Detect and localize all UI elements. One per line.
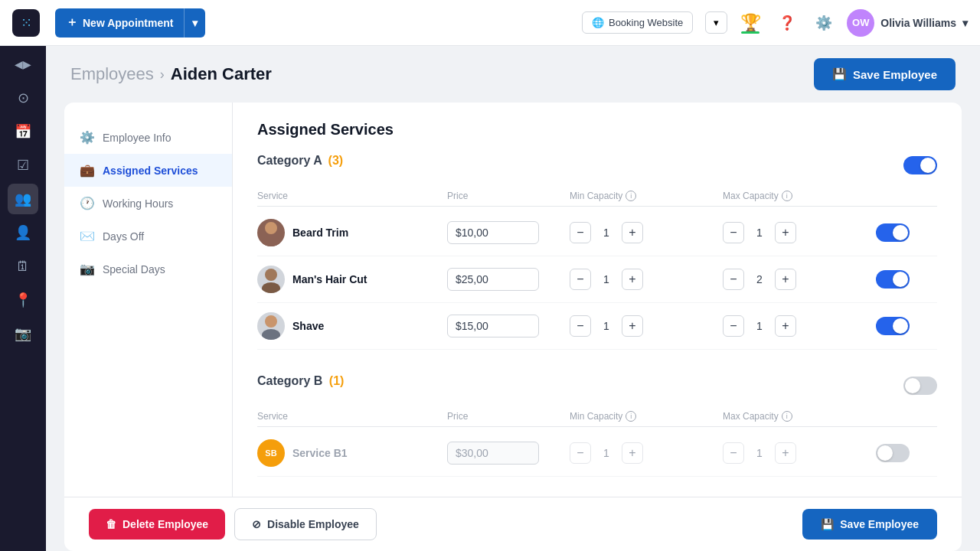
table-row: Shave − 1 + − 1 + [257,303,937,350]
beard-trim-min-decrease[interactable]: − [570,222,591,243]
delete-label: Delete Employee [122,518,208,530]
nav-item-special-days[interactable]: 📷 Special Days [64,253,232,285]
haircut-name: Man's Hair Cut [292,273,367,285]
category-a-toggle[interactable] [903,156,937,174]
shave-price-input[interactable] [447,315,539,337]
trophy-button[interactable]: 🏆 [737,9,764,37]
shave-min-increase[interactable]: + [622,315,643,337]
haircut-max-decrease[interactable]: − [723,269,744,290]
sidebar-icon-appointments[interactable]: 🗓 [8,251,38,282]
beard-trim-min-cap: − 1 + [570,222,723,243]
header-price: Price [447,191,570,201]
service-b1-max-decrease[interactable]: − [723,442,744,464]
help-button[interactable]: ❓ [773,9,801,37]
category-b-title: Category B (1) [257,374,344,388]
sidebar-icon-tasks[interactable]: ☑ [8,150,38,181]
service-b1-min-value: 1 [597,447,616,459]
beard-trim-toggle[interactable] [876,223,910,242]
service-b1-price-cell [447,442,570,465]
service-b1-min-increase[interactable]: + [622,442,643,464]
breadcrumb-separator: › [160,67,165,83]
delete-employee-button[interactable]: 🗑 Delete Employee [89,509,225,540]
shave-max-increase[interactable]: + [775,315,796,337]
service-b1-min-decrease[interactable]: − [570,442,591,464]
service-b1-toggle[interactable] [876,444,910,462]
nav-item-employee-info[interactable]: ⚙️ Employee Info [64,121,232,154]
min-cap-b-info-icon[interactable]: i [626,411,636,422]
haircut-min-increase[interactable]: + [622,269,643,290]
nav-item-assigned-services[interactable]: 💼 Assigned Services [64,154,232,187]
svg-point-1 [262,236,280,246]
beard-trim-max-cap: − 1 + [723,222,876,243]
service-b1-max-increase[interactable]: + [775,442,796,464]
nav-item-working-hours[interactable]: 🕐 Working Hours [64,187,232,220]
save-bottom-icon: 💾 [821,518,834,530]
employee-info-label: Employee Info [103,132,172,144]
new-appointment-main[interactable]: ＋ New Appointment [55,8,185,37]
service-cell-b1: SB Service B1 [257,439,447,467]
header-toggle [876,191,937,201]
shave-max-decrease[interactable]: − [723,315,744,337]
disable-employee-button[interactable]: ⊘ Disable Employee [234,508,377,540]
haircut-toggle[interactable] [876,270,910,289]
service-cell-shave: Shave [257,312,447,340]
beard-trim-max-value: 1 [750,227,769,239]
settings-button[interactable]: ⚙️ [810,9,838,37]
max-cap-b-info-icon[interactable]: i [782,411,792,422]
sidebar-icon-employees[interactable]: 👥 [8,184,38,214]
avatar: OW [847,9,874,37]
svg-point-4 [265,315,277,328]
beard-trim-avatar [257,219,285,246]
beard-trim-min-increase[interactable]: + [622,222,643,243]
service-b1-max-cap: − 1 + [723,442,876,464]
sidebar-icon-clients[interactable]: 👤 [8,217,38,248]
header-max-capacity: Max Capacity i [723,191,876,201]
table-row: Man's Hair Cut − 1 + − 2 [257,256,937,303]
special-days-icon: 📷 [80,262,95,276]
service-b1-min-cap: − 1 + [570,442,723,464]
service-b1-price-input[interactable] [447,442,539,465]
sidebar-icon-dashboard[interactable]: ⊙ [8,83,38,113]
header-b-service: Service [257,411,447,422]
globe-icon: 🌐 [592,17,604,28]
trophy-underline [741,31,760,34]
beard-trim-max-increase[interactable]: + [775,222,796,243]
sidebar-icon-location[interactable]: 📍 [8,285,38,315]
min-cap-info-icon[interactable]: i [626,191,636,201]
breadcrumb-parent[interactable]: Employees [70,64,154,84]
max-cap-info-icon[interactable]: i [782,191,792,201]
new-appointment-button[interactable]: ＋ New Appointment ▾ [55,8,205,37]
employee-info-icon: ⚙️ [80,130,95,145]
logo-icon: ⁙ [21,15,32,31]
haircut-avatar [257,266,285,293]
shave-toggle[interactable] [876,317,910,335]
bottom-action-bar: 🗑 Delete Employee ⊘ Disable Employee 💾 S… [64,497,962,551]
sidebar-icon-camera[interactable]: 📷 [8,318,38,349]
svg-point-2 [265,269,277,281]
sidebar-icon-calendar[interactable]: 📅 [8,116,38,147]
content-area: ⚙️ Employee Info 💼 Assigned Services 🕐 W… [64,103,962,497]
save-employee-top-button[interactable]: 💾 Save Employee [814,58,956,90]
category-b-table: Category B (1) Service Price Min Capacit… [257,374,937,477]
shave-min-decrease[interactable]: − [570,315,591,337]
booking-website-button[interactable]: 🌐 Booking Website [582,11,693,34]
booking-website-dropdown[interactable]: ▾ [705,11,727,34]
user-menu-button[interactable]: OW Olivia Williams ▾ [847,9,968,37]
nav-item-days-off[interactable]: ✉️ Days Off [64,220,232,253]
beard-trim-max-decrease[interactable]: − [723,222,744,243]
haircut-min-decrease[interactable]: − [570,269,591,290]
category-b-header: Service Price Min Capacity i Max Capacit… [257,406,937,427]
days-off-icon: ✉️ [80,229,95,243]
category-a-count: (3) [328,154,344,167]
save-top-label: Save Employee [853,68,937,81]
save-employee-bottom-button[interactable]: 💾 Save Employee [802,509,937,540]
shave-max-cap: − 1 + [723,315,876,337]
save-bottom-label: Save Employee [840,518,919,530]
new-appointment-dropdown[interactable]: ▾ [185,8,205,37]
sidebar-collapse-btn[interactable]: ◀▶ [8,55,38,73]
category-a-title: Category A (3) [257,154,343,168]
haircut-max-increase[interactable]: + [775,269,796,290]
category-b-toggle[interactable] [903,377,937,395]
beard-trim-price-input[interactable] [447,221,539,244]
haircut-price-input[interactable] [447,268,539,291]
